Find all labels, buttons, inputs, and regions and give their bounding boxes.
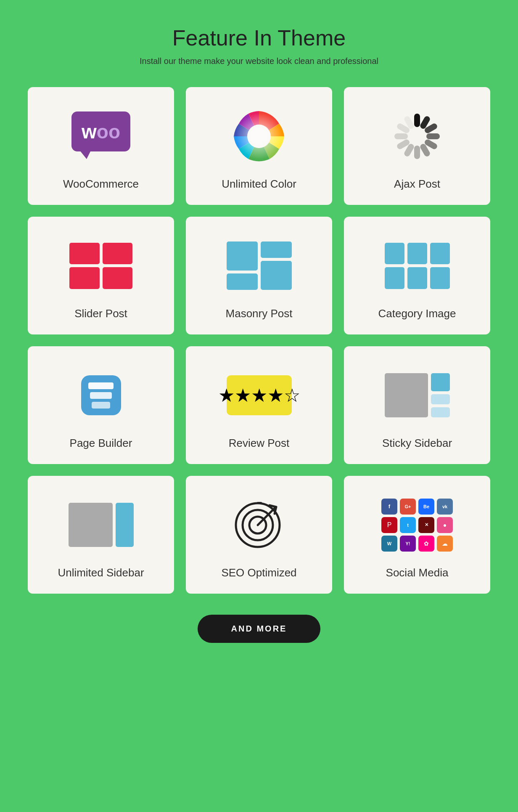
and-more-button[interactable]: AND MORE xyxy=(198,615,321,643)
unlimited-color-label: Unlimited Color xyxy=(222,178,296,191)
feature-grid: woo WooCommerce xyxy=(28,87,490,594)
woocommerce-label: WooCommerce xyxy=(63,178,139,191)
slider-post-icon xyxy=(67,232,135,300)
feature-card-slider-post: Slider Post xyxy=(28,217,174,334)
review-post-icon: ★★★★☆ xyxy=(225,362,293,429)
feature-card-sticky-sidebar: Sticky Sidebar xyxy=(344,346,490,464)
seo-optimized-icon xyxy=(225,491,293,559)
color-wheel-icon xyxy=(225,103,293,170)
feature-card-seo-optimized: SEO Optimized xyxy=(186,476,332,594)
feature-card-social-media: f G+ Be vk P t ✕ ● W Y! ✿ ☁ Social Media xyxy=(344,476,490,594)
page-header: Feature In Theme Install our theme make … xyxy=(140,25,378,66)
seo-optimized-label: SEO Optimized xyxy=(221,566,296,579)
feature-card-category-image: Category Image xyxy=(344,217,490,334)
svg-point-1 xyxy=(236,113,282,159)
category-image-label: Category Image xyxy=(378,307,456,320)
feature-card-unlimited-color: Unlimited Color xyxy=(186,87,332,205)
svg-rect-8 xyxy=(414,146,420,159)
social-media-icon: f G+ Be vk P t ✕ ● W Y! ✿ ☁ xyxy=(383,491,451,559)
page-title: Feature In Theme xyxy=(140,25,378,50)
page-builder-label: Page Builder xyxy=(70,437,132,450)
slider-post-label: Slider Post xyxy=(74,307,127,320)
woocommerce-icon: woo xyxy=(67,103,135,170)
svg-rect-5 xyxy=(426,133,440,139)
feature-card-woocommerce: woo WooCommerce xyxy=(28,87,174,205)
category-image-icon xyxy=(383,232,451,300)
unlimited-sidebar-icon xyxy=(67,491,135,559)
ajax-spinner-icon xyxy=(383,103,451,170)
feature-card-ajax-post: Ajax Post xyxy=(344,87,490,205)
feature-card-review-post: ★★★★☆ Review Post xyxy=(186,346,332,464)
sticky-sidebar-icon xyxy=(383,362,451,429)
social-media-label: Social Media xyxy=(386,566,449,579)
ajax-post-label: Ajax Post xyxy=(394,178,440,191)
feature-card-unlimited-sidebar: Unlimited Sidebar xyxy=(28,476,174,594)
svg-rect-11 xyxy=(394,133,408,139)
masonry-post-icon xyxy=(225,232,293,300)
review-post-label: Review Post xyxy=(229,437,290,450)
unlimited-sidebar-label: Unlimited Sidebar xyxy=(58,566,144,579)
svg-rect-2 xyxy=(414,114,420,127)
page-subtitle: Install our theme make your website look… xyxy=(140,56,378,66)
masonry-post-label: Masonry Post xyxy=(226,307,293,320)
feature-card-masonry-post: Masonry Post xyxy=(186,217,332,334)
sticky-sidebar-label: Sticky Sidebar xyxy=(382,437,452,450)
page-builder-icon xyxy=(67,362,135,429)
feature-card-page-builder: Page Builder xyxy=(28,346,174,464)
